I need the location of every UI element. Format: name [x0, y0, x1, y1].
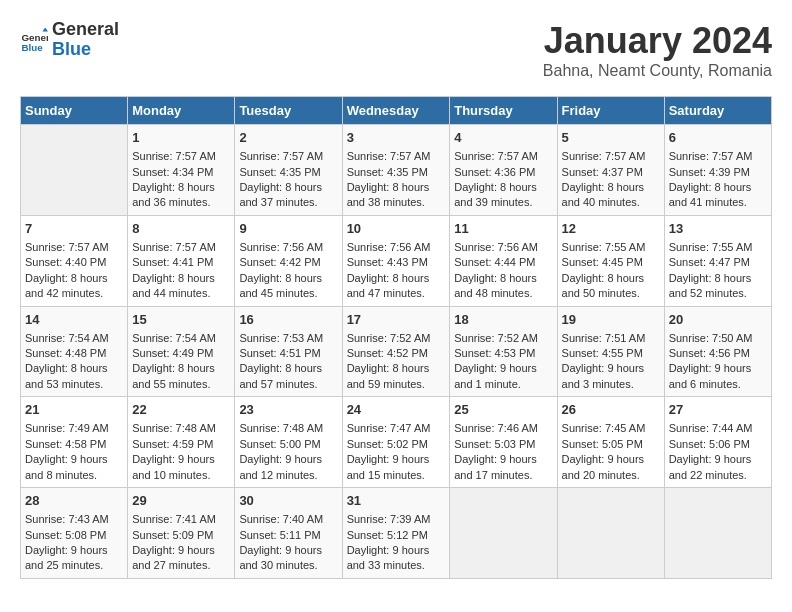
day-info: Sunset: 4:47 PM — [669, 255, 767, 270]
day-info: and 22 minutes. — [669, 468, 767, 483]
day-cell: 28Sunrise: 7:43 AMSunset: 5:08 PMDayligh… — [21, 488, 128, 579]
day-info: and 10 minutes. — [132, 468, 230, 483]
day-cell: 27Sunrise: 7:44 AMSunset: 5:06 PMDayligh… — [664, 397, 771, 488]
day-number: 14 — [25, 311, 123, 329]
day-info: Sunrise: 7:56 AM — [239, 240, 337, 255]
day-cell: 8Sunrise: 7:57 AMSunset: 4:41 PMDaylight… — [128, 215, 235, 306]
day-info: Sunrise: 7:40 AM — [239, 512, 337, 527]
day-number: 1 — [132, 129, 230, 147]
day-info: Daylight: 9 hours — [562, 361, 660, 376]
day-cell: 12Sunrise: 7:55 AMSunset: 4:45 PMDayligh… — [557, 215, 664, 306]
day-info: and 41 minutes. — [669, 195, 767, 210]
day-info: Sunrise: 7:57 AM — [25, 240, 123, 255]
day-cell: 14Sunrise: 7:54 AMSunset: 4:48 PMDayligh… — [21, 306, 128, 397]
day-info: Sunrise: 7:45 AM — [562, 421, 660, 436]
day-info: Sunset: 5:05 PM — [562, 437, 660, 452]
day-info: Daylight: 9 hours — [239, 543, 337, 558]
svg-text:Blue: Blue — [21, 42, 43, 53]
day-info: Sunset: 4:52 PM — [347, 346, 446, 361]
day-cell — [557, 488, 664, 579]
day-info: and 20 minutes. — [562, 468, 660, 483]
day-info: Sunrise: 7:57 AM — [132, 240, 230, 255]
day-number: 15 — [132, 311, 230, 329]
day-number: 10 — [347, 220, 446, 238]
day-info: Sunrise: 7:47 AM — [347, 421, 446, 436]
day-info: Daylight: 8 hours — [132, 361, 230, 376]
day-info: Sunset: 4:34 PM — [132, 165, 230, 180]
day-info: Sunrise: 7:52 AM — [347, 331, 446, 346]
day-info: Daylight: 9 hours — [132, 543, 230, 558]
day-cell: 4Sunrise: 7:57 AMSunset: 4:36 PMDaylight… — [450, 125, 557, 216]
day-number: 5 — [562, 129, 660, 147]
day-info: Sunrise: 7:57 AM — [347, 149, 446, 164]
day-cell: 2Sunrise: 7:57 AMSunset: 4:35 PMDaylight… — [235, 125, 342, 216]
day-info: Sunrise: 7:43 AM — [25, 512, 123, 527]
day-cell: 13Sunrise: 7:55 AMSunset: 4:47 PMDayligh… — [664, 215, 771, 306]
day-cell — [21, 125, 128, 216]
day-info: Sunrise: 7:57 AM — [562, 149, 660, 164]
day-info: Daylight: 9 hours — [347, 452, 446, 467]
calendar-table: SundayMondayTuesdayWednesdayThursdayFrid… — [20, 96, 772, 579]
day-info: Sunset: 4:56 PM — [669, 346, 767, 361]
day-info: Daylight: 8 hours — [239, 271, 337, 286]
day-info: Sunset: 4:51 PM — [239, 346, 337, 361]
day-info: Sunrise: 7:50 AM — [669, 331, 767, 346]
day-cell: 25Sunrise: 7:46 AMSunset: 5:03 PMDayligh… — [450, 397, 557, 488]
day-cell: 23Sunrise: 7:48 AMSunset: 5:00 PMDayligh… — [235, 397, 342, 488]
day-info: Sunrise: 7:44 AM — [669, 421, 767, 436]
day-info: Sunrise: 7:51 AM — [562, 331, 660, 346]
day-info: Sunset: 4:44 PM — [454, 255, 552, 270]
day-cell: 21Sunrise: 7:49 AMSunset: 4:58 PMDayligh… — [21, 397, 128, 488]
day-info: Sunrise: 7:48 AM — [132, 421, 230, 436]
day-info: and 17 minutes. — [454, 468, 552, 483]
day-cell: 9Sunrise: 7:56 AMSunset: 4:42 PMDaylight… — [235, 215, 342, 306]
day-number: 8 — [132, 220, 230, 238]
day-info: Sunrise: 7:57 AM — [454, 149, 552, 164]
day-number: 2 — [239, 129, 337, 147]
page-header: General Blue General Blue January 2024 B… — [20, 20, 772, 80]
day-number: 17 — [347, 311, 446, 329]
day-info: Sunset: 5:02 PM — [347, 437, 446, 452]
day-number: 27 — [669, 401, 767, 419]
day-number: 9 — [239, 220, 337, 238]
day-number: 29 — [132, 492, 230, 510]
day-info: Sunset: 5:03 PM — [454, 437, 552, 452]
day-info: Sunset: 4:35 PM — [239, 165, 337, 180]
day-info: Sunrise: 7:57 AM — [132, 149, 230, 164]
day-info: and 40 minutes. — [562, 195, 660, 210]
header-cell-saturday: Saturday — [664, 97, 771, 125]
week-row-5: 28Sunrise: 7:43 AMSunset: 5:08 PMDayligh… — [21, 488, 772, 579]
day-info: Sunset: 4:48 PM — [25, 346, 123, 361]
day-cell: 19Sunrise: 7:51 AMSunset: 4:55 PMDayligh… — [557, 306, 664, 397]
day-info: Sunrise: 7:54 AM — [25, 331, 123, 346]
day-info: Sunset: 4:58 PM — [25, 437, 123, 452]
day-info: Sunrise: 7:54 AM — [132, 331, 230, 346]
day-number: 12 — [562, 220, 660, 238]
day-info: Sunrise: 7:53 AM — [239, 331, 337, 346]
day-cell — [450, 488, 557, 579]
day-info: Sunset: 4:40 PM — [25, 255, 123, 270]
day-number: 28 — [25, 492, 123, 510]
day-info: Daylight: 9 hours — [347, 543, 446, 558]
day-info: Sunrise: 7:49 AM — [25, 421, 123, 436]
week-row-3: 14Sunrise: 7:54 AMSunset: 4:48 PMDayligh… — [21, 306, 772, 397]
day-number: 11 — [454, 220, 552, 238]
day-info: Daylight: 8 hours — [132, 180, 230, 195]
day-info: Sunrise: 7:57 AM — [239, 149, 337, 164]
day-info: Sunset: 4:39 PM — [669, 165, 767, 180]
day-info: Sunset: 5:08 PM — [25, 528, 123, 543]
day-info: and 15 minutes. — [347, 468, 446, 483]
day-info: Sunset: 4:55 PM — [562, 346, 660, 361]
day-info: and 30 minutes. — [239, 558, 337, 573]
logo-blue-text: Blue — [52, 40, 119, 60]
day-info: Daylight: 8 hours — [669, 180, 767, 195]
day-number: 19 — [562, 311, 660, 329]
day-number: 26 — [562, 401, 660, 419]
day-info: and 44 minutes. — [132, 286, 230, 301]
day-info: and 57 minutes. — [239, 377, 337, 392]
day-info: and 33 minutes. — [347, 558, 446, 573]
week-row-4: 21Sunrise: 7:49 AMSunset: 4:58 PMDayligh… — [21, 397, 772, 488]
day-cell: 1Sunrise: 7:57 AMSunset: 4:34 PMDaylight… — [128, 125, 235, 216]
day-info: Daylight: 8 hours — [347, 180, 446, 195]
calendar-title: January 2024 — [543, 20, 772, 62]
